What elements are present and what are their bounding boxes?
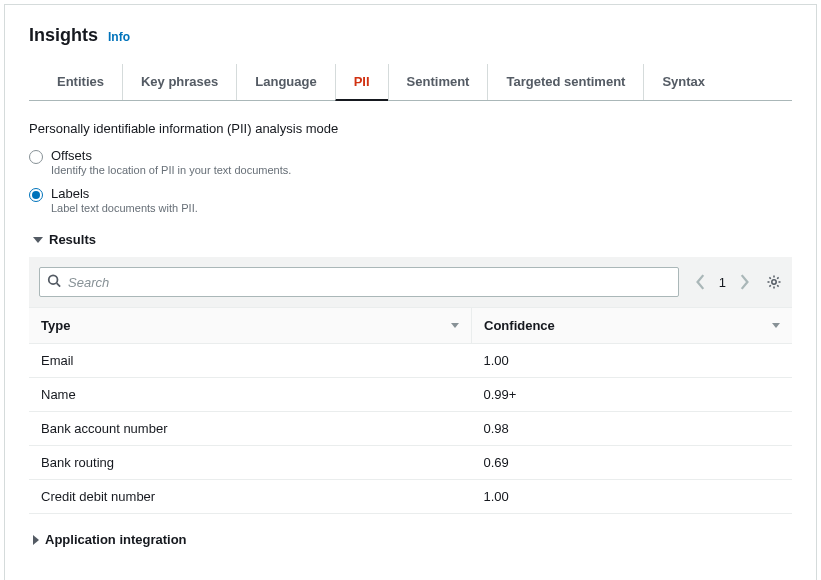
prev-page-button[interactable] bbox=[695, 274, 707, 290]
caret-down-icon bbox=[33, 237, 43, 243]
cell-type: Email bbox=[29, 344, 472, 378]
cell-confidence: 1.00 bbox=[472, 344, 792, 378]
cell-type: Name bbox=[29, 378, 472, 412]
search-input[interactable] bbox=[39, 267, 679, 297]
cell-confidence: 1.00 bbox=[472, 480, 792, 514]
search-icon bbox=[47, 274, 61, 291]
table-row: Name 0.99+ bbox=[29, 378, 792, 412]
sort-icon bbox=[451, 323, 459, 328]
col-confidence[interactable]: Confidence bbox=[472, 308, 792, 344]
tab-syntax[interactable]: Syntax bbox=[643, 64, 723, 100]
insights-panel: Insights Info Entities Key phrases Langu… bbox=[4, 4, 817, 580]
results-title: Results bbox=[49, 232, 96, 247]
panel-header: Insights Info bbox=[29, 25, 792, 46]
col-type[interactable]: Type bbox=[29, 308, 472, 344]
table-row: Bank routing 0.69 bbox=[29, 446, 792, 480]
cell-confidence: 0.69 bbox=[472, 446, 792, 480]
results-toolbar: 1 bbox=[29, 257, 792, 307]
analysis-mode-heading: Personally identifiable information (PII… bbox=[29, 121, 792, 136]
pager: 1 bbox=[689, 274, 756, 290]
tab-key-phrases[interactable]: Key phrases bbox=[122, 64, 236, 100]
radio-icon bbox=[29, 150, 43, 164]
page-title: Insights bbox=[29, 25, 98, 46]
cell-type: Bank routing bbox=[29, 446, 472, 480]
results-expander[interactable]: Results bbox=[29, 232, 792, 247]
cell-confidence: 0.99+ bbox=[472, 378, 792, 412]
caret-right-icon bbox=[33, 535, 39, 545]
svg-point-2 bbox=[772, 280, 776, 284]
results-table: Type Confidence Email 1.00 bbox=[29, 307, 792, 514]
cell-type: Credit debit number bbox=[29, 480, 472, 514]
svg-line-1 bbox=[57, 283, 61, 287]
sort-icon bbox=[772, 323, 780, 328]
next-page-button[interactable] bbox=[738, 274, 750, 290]
radio-label: Offsets bbox=[51, 148, 291, 163]
settings-button[interactable] bbox=[766, 274, 782, 290]
analysis-mode-group: Offsets Identify the location of PII in … bbox=[29, 148, 792, 214]
radio-desc: Identify the location of PII in your tex… bbox=[51, 164, 291, 176]
radio-desc: Label text documents with PII. bbox=[51, 202, 198, 214]
svg-point-0 bbox=[49, 275, 58, 284]
table-row: Email 1.00 bbox=[29, 344, 792, 378]
tab-targeted-sentiment[interactable]: Targeted sentiment bbox=[487, 64, 643, 100]
radio-label: Labels bbox=[51, 186, 198, 201]
radio-labels[interactable]: Labels Label text documents with PII. bbox=[29, 186, 792, 214]
cell-type: Bank account number bbox=[29, 412, 472, 446]
tab-pii[interactable]: PII bbox=[335, 64, 388, 101]
radio-icon bbox=[29, 188, 43, 202]
search-wrap bbox=[39, 267, 679, 297]
results-body: 1 Type bbox=[29, 257, 792, 514]
app-integration-expander[interactable]: Application integration bbox=[29, 532, 792, 547]
table-row: Credit debit number 1.00 bbox=[29, 480, 792, 514]
app-integration-title: Application integration bbox=[45, 532, 187, 547]
table-row: Bank account number 0.98 bbox=[29, 412, 792, 446]
tabs: Entities Key phrases Language PII Sentim… bbox=[29, 64, 792, 101]
radio-offsets[interactable]: Offsets Identify the location of PII in … bbox=[29, 148, 792, 176]
tab-entities[interactable]: Entities bbox=[39, 64, 122, 100]
cell-confidence: 0.98 bbox=[472, 412, 792, 446]
info-link[interactable]: Info bbox=[108, 30, 130, 44]
tab-sentiment[interactable]: Sentiment bbox=[388, 64, 488, 100]
page-number: 1 bbox=[719, 275, 726, 290]
tab-language[interactable]: Language bbox=[236, 64, 334, 100]
